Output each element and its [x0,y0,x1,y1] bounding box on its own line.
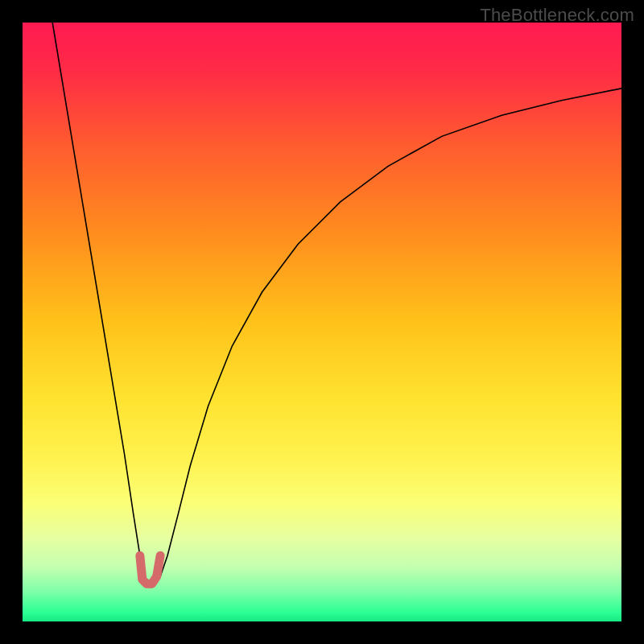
chart-frame: TheBottleneck.com [0,0,644,644]
series-minimum-marker [140,555,160,584]
series-bottleneck-curve [52,23,621,583]
plot-area [23,23,621,621]
curve-layer [23,23,621,621]
watermark-text: TheBottleneck.com [480,5,634,26]
